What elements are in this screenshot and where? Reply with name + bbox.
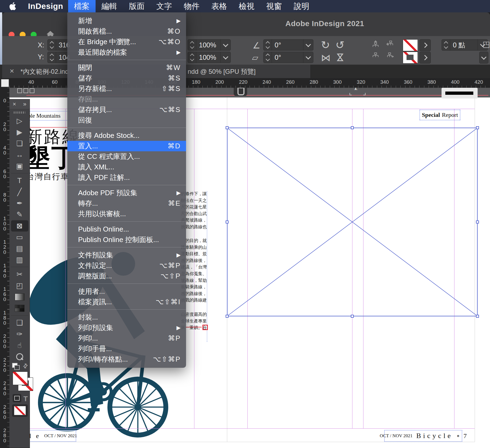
footer-right-frame[interactable]: OCT / NOV 2021 Bicycle ∘ 7 bbox=[384, 430, 462, 442]
zoom-tool[interactable] bbox=[11, 351, 28, 362]
menu-item[interactable] bbox=[67, 245, 186, 250]
menu-item[interactable]: 新增 ▶ bbox=[67, 16, 186, 26]
hand-tool[interactable]: ☝ bbox=[11, 340, 28, 351]
selection-handle[interactable] bbox=[226, 315, 229, 318]
default-fill-stroke-icon[interactable] bbox=[12, 363, 19, 370]
menubar-item[interactable]: 編輯 bbox=[96, 0, 123, 12]
gradient-swatch-tool[interactable] bbox=[11, 291, 28, 303]
scale-x-field[interactable]: 100% bbox=[188, 39, 231, 51]
selection-handle[interactable] bbox=[351, 126, 354, 129]
direct-selection-tool[interactable]: ▶ bbox=[11, 127, 28, 138]
menu-item[interactable]: 使用者... bbox=[67, 286, 186, 297]
menu-item[interactable] bbox=[67, 219, 186, 224]
footer-left-frame[interactable]: l e OCT / NOV 2021 bbox=[25, 430, 76, 442]
menu-item[interactable] bbox=[67, 281, 186, 286]
menu-item[interactable]: Publish Online... bbox=[67, 224, 186, 234]
menu-item[interactable]: 封裝... bbox=[67, 312, 186, 323]
apply-none-button[interactable] bbox=[12, 404, 28, 417]
selection-tool[interactable]: ▷ bbox=[11, 115, 28, 127]
menu-item[interactable]: 儲存拷貝... ⌥⌘S bbox=[67, 104, 186, 115]
special-report-frame[interactable]: Special Report bbox=[419, 110, 460, 120]
tool-button[interactable] bbox=[9, 172, 30, 175]
menu-item[interactable] bbox=[67, 307, 186, 312]
menu-item[interactable]: 列印/轉存格點... ⌥⇧⌘P bbox=[67, 354, 186, 365]
pen-tool[interactable]: ✒ bbox=[11, 198, 28, 209]
app-name[interactable]: InDesign bbox=[28, 2, 63, 11]
menubar-item[interactable]: 檔案 bbox=[68, 0, 96, 12]
menu-item[interactable]: 從 CC 程式庫置入... bbox=[67, 151, 186, 162]
menu-item[interactable]: Publish Online 控制面板... bbox=[67, 234, 186, 245]
rotate-ccw-icon[interactable]: ↺ bbox=[335, 39, 345, 51]
selection-handle[interactable] bbox=[351, 315, 354, 318]
rotation-angle-field[interactable]: 0° bbox=[263, 39, 313, 51]
menu-item[interactable]: 搜尋 Adobe Stock... bbox=[67, 130, 186, 141]
shear-angle-field[interactable]: 0° bbox=[263, 52, 313, 63]
selection-handle[interactable] bbox=[226, 220, 229, 223]
select-previous-object-icon[interactable] bbox=[371, 40, 380, 48]
frame-tool[interactable]: ⊠ bbox=[11, 220, 28, 232]
select-parent-icon[interactable] bbox=[386, 40, 395, 48]
menu-item[interactable]: 關閉 ⌘W bbox=[67, 62, 186, 73]
swap-fill-stroke-icon[interactable]: ⇄ bbox=[21, 362, 29, 370]
menu-item[interactable]: 置入... ⌘D bbox=[67, 141, 186, 151]
menu-item[interactable]: 列印手冊... bbox=[67, 344, 186, 354]
menu-item[interactable]: 回復 bbox=[67, 115, 186, 125]
rotate-cw-icon[interactable]: ↻ bbox=[321, 39, 330, 51]
menu-item[interactable]: 儲存 ⌘S bbox=[67, 73, 186, 83]
panel-grip[interactable] bbox=[14, 111, 25, 114]
placed-graphics-frame[interactable] bbox=[227, 128, 478, 316]
panel-close-icon[interactable]: × bbox=[13, 101, 16, 108]
scissors-tool[interactable]: ✂ bbox=[11, 269, 28, 280]
menu-item[interactable]: 讀入 PDF 註解... bbox=[67, 172, 186, 183]
note-tool[interactable]: ❑ bbox=[11, 317, 28, 328]
menu-item[interactable]: 在 Bridge 中瀏覽... ⌥⌘O bbox=[67, 37, 186, 47]
menu-item[interactable]: Adobe PDF 預設集 ▶ bbox=[67, 188, 186, 198]
type-tool[interactable]: T bbox=[11, 175, 28, 186]
panel-collapse-icon[interactable]: » bbox=[23, 101, 26, 108]
select-next-object-icon[interactable] bbox=[371, 52, 380, 60]
menubar-item[interactable]: 版面 bbox=[123, 0, 150, 12]
stroke-weight-field[interactable]: 0 點 bbox=[442, 39, 488, 51]
selection-handle[interactable] bbox=[476, 315, 479, 318]
select-child-icon[interactable] bbox=[386, 52, 395, 60]
menu-item[interactable]: 列印... ⌘P bbox=[67, 333, 186, 344]
tool-button[interactable] bbox=[9, 314, 30, 317]
menu-item[interactable]: 檔案資訊... ⌥⇧⌘I bbox=[67, 297, 186, 307]
menu-item[interactable]: 調整版面... ⌥⇧P bbox=[67, 271, 186, 281]
stroke-style-menu-button[interactable] bbox=[479, 52, 488, 64]
gradient-feather-tool[interactable] bbox=[11, 303, 28, 314]
line-tool[interactable]: ╱ bbox=[11, 186, 28, 198]
menubar-item[interactable]: 說明 bbox=[288, 0, 315, 12]
fill-color-swatch[interactable] bbox=[13, 372, 28, 385]
content-collector-tool[interactable]: ▣ bbox=[11, 160, 28, 172]
selection-handle[interactable] bbox=[476, 126, 479, 129]
pencil-tool[interactable]: ✎ bbox=[11, 209, 28, 220]
menu-item[interactable]: 共用以供審核... bbox=[67, 209, 186, 219]
menu-item[interactable]: 最近開啟的檔案 ▶ bbox=[67, 47, 186, 58]
stroke-style-dropdown[interactable] bbox=[442, 88, 478, 99]
vertical-grid-tool[interactable]: ▥ bbox=[11, 254, 28, 265]
menubar-item[interactable]: 物件 bbox=[178, 0, 205, 12]
free-transform-tool[interactable]: ◰ bbox=[11, 280, 28, 291]
menubar-item[interactable]: 文字 bbox=[150, 0, 178, 12]
menu-item[interactable]: 存回... bbox=[67, 94, 186, 104]
gap-tool[interactable]: ↔ bbox=[11, 149, 28, 160]
frame-fitting-icon[interactable]: ◳ bbox=[482, 39, 490, 49]
selection-handle[interactable] bbox=[226, 126, 229, 129]
flip-horizontal-icon[interactable]: ⋈ bbox=[321, 52, 331, 64]
stroke-menu-button[interactable] bbox=[419, 52, 431, 64]
scale-y-field[interactable]: 100% bbox=[188, 52, 231, 63]
menu-item[interactable]: 開啟舊檔... ⌘O bbox=[67, 26, 186, 37]
formatting-affects-text-button[interactable]: T bbox=[23, 395, 28, 403]
menubar-item[interactable]: 檢視 bbox=[233, 0, 260, 12]
ruler-origin-box[interactable] bbox=[0, 78, 9, 88]
selection-handle[interactable] bbox=[476, 220, 479, 223]
menu-item[interactable]: 列印預設集 ▶ bbox=[67, 323, 186, 333]
rectangle-tool[interactable]: ▭ bbox=[11, 232, 28, 243]
horizontal-grid-tool[interactable]: ▤ bbox=[11, 243, 28, 254]
menu-item[interactable] bbox=[67, 58, 186, 62]
vertical-ruler[interactable]: 020406080100120140160180200220240260280 bbox=[0, 88, 9, 448]
fill-color-control[interactable] bbox=[403, 39, 418, 51]
menubar-item[interactable]: 視窗 bbox=[260, 0, 288, 12]
flip-vertical-icon[interactable]: ⋈ bbox=[335, 52, 346, 62]
